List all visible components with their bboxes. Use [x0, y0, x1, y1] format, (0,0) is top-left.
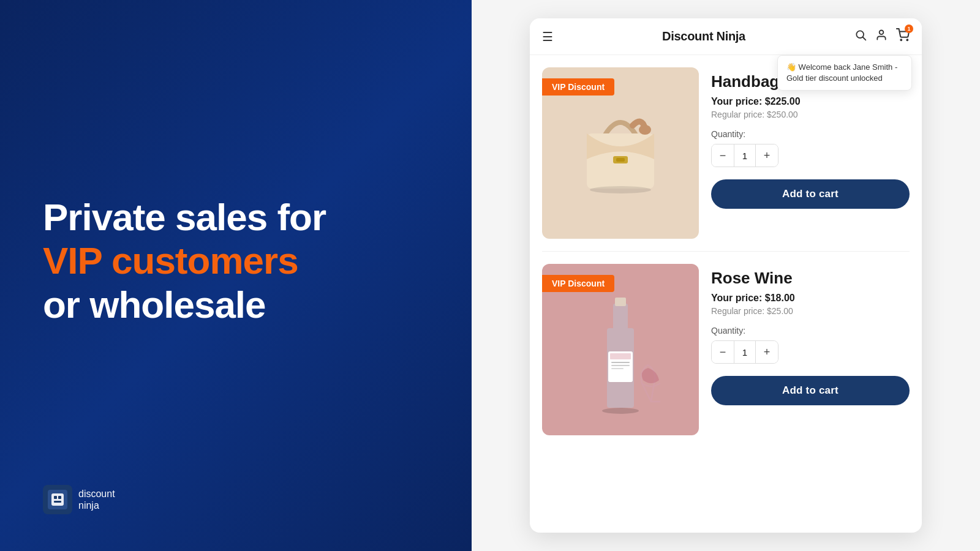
svg-point-10 — [907, 39, 908, 40]
products-area: VIP Discount — [530, 55, 922, 533]
shop-title: Discount Ninja — [662, 29, 745, 43]
brand-logo-icon — [43, 485, 72, 514]
your-price-wine: Your price: $18.00 — [711, 293, 910, 304]
add-to-cart-wine[interactable]: Add to cart — [711, 376, 910, 405]
quantity-increase-wine[interactable]: + — [756, 341, 778, 363]
hero-title: Private sales for VIP customers or whole… — [43, 195, 429, 326]
brand-name: discount ninja — [78, 488, 115, 511]
cart-icon[interactable]: 1 — [896, 28, 910, 45]
quantity-value-handbag: 1 — [734, 144, 756, 167]
svg-point-14 — [590, 186, 651, 193]
svg-rect-4 — [58, 496, 61, 499]
svg-rect-20 — [610, 353, 631, 359]
vip-badge-handbag: VIP Discount — [542, 78, 614, 96]
svg-point-8 — [880, 31, 884, 35]
svg-point-9 — [900, 39, 902, 40]
shop-header: ☰ Discount Ninja — [530, 18, 922, 55]
your-price-handbag: Your price: $225.00 — [711, 96, 910, 107]
product-item-handbag: VIP Discount — [542, 67, 910, 239]
quantity-increase-handbag[interactable]: + — [756, 144, 778, 167]
svg-rect-22 — [611, 365, 630, 366]
svg-rect-23 — [611, 368, 624, 369]
vip-badge-wine: VIP Discount — [542, 275, 614, 292]
svg-rect-2 — [51, 493, 64, 506]
product-image-wine: VIP Discount — [542, 264, 699, 435]
svg-rect-13 — [616, 158, 625, 162]
user-icon[interactable] — [875, 29, 888, 44]
svg-point-15 — [639, 125, 651, 135]
header-icons: 1 — [854, 28, 910, 45]
quantity-control-wine: − 1 + — [711, 340, 778, 364]
hero-line3: or wholesale — [43, 283, 266, 326]
svg-rect-18 — [615, 298, 626, 306]
quantity-control-handbag: − 1 + — [711, 144, 778, 167]
search-icon[interactable] — [854, 29, 867, 44]
logo-area: discount ninja — [43, 485, 429, 514]
quantity-label-handbag: Quantity: — [711, 129, 910, 139]
product-image-handbag: VIP Discount — [542, 67, 699, 239]
welcome-banner: 👋 Welcome back Jane Smith - Gold tier di… — [777, 55, 912, 91]
right-panel: ☰ Discount Ninja — [472, 0, 980, 551]
svg-rect-21 — [611, 362, 630, 363]
product-divider — [542, 251, 910, 252]
quantity-value-wine: 1 — [734, 341, 756, 363]
cart-badge: 1 — [905, 24, 913, 33]
svg-rect-3 — [54, 496, 57, 499]
quantity-decrease-handbag[interactable]: − — [712, 144, 734, 167]
add-to-cart-handbag[interactable]: Add to cart — [711, 179, 910, 209]
hamburger-icon[interactable]: ☰ — [542, 31, 553, 43]
svg-rect-17 — [613, 304, 628, 331]
left-panel: Private sales for VIP customers or whole… — [0, 0, 472, 551]
product-item-wine: VIP Discount — [542, 264, 910, 435]
svg-line-7 — [863, 37, 866, 40]
hero-text: Private sales for VIP customers or whole… — [43, 37, 429, 485]
svg-point-24 — [602, 408, 639, 414]
quantity-decrease-wine[interactable]: − — [712, 341, 734, 363]
hero-highlight: VIP customers — [43, 239, 298, 282]
svg-rect-5 — [54, 501, 61, 503]
regular-price-handbag: Regular price: $250.00 — [711, 110, 910, 119]
product-name-wine: Rose Wine — [711, 269, 910, 288]
product-details-wine: Rose Wine Your price: $18.00 Regular pri… — [711, 264, 910, 405]
shop-card: ☰ Discount Ninja — [530, 18, 922, 533]
quantity-label-wine: Quantity: — [711, 326, 910, 335]
hero-line1: Private sales for — [43, 196, 326, 238]
regular-price-wine: Regular price: $25.00 — [711, 306, 910, 316]
